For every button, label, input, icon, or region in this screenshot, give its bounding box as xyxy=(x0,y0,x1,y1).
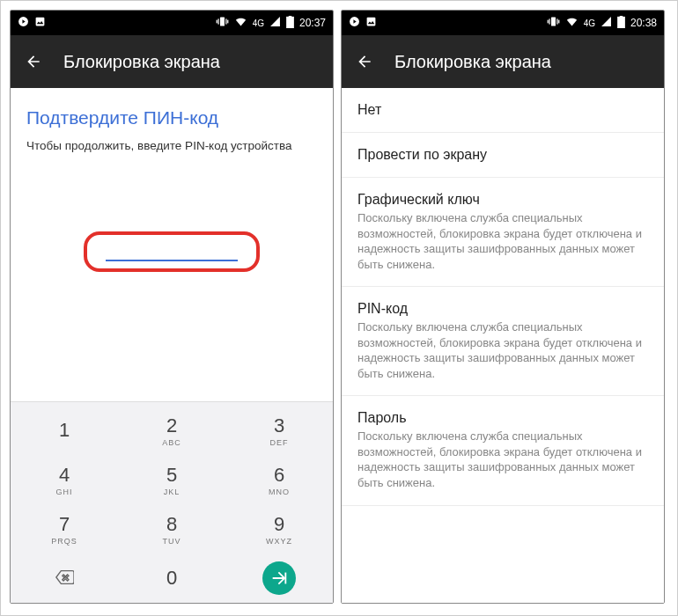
option-title: PIN-код xyxy=(357,301,648,317)
pin-content: Подтвердите ПИН-код Чтобы продолжить, вв… xyxy=(11,88,333,272)
option-pin[interactable]: PIN-код Поскольку включена служба специа… xyxy=(342,287,664,396)
key-6[interactable]: 6MNO xyxy=(225,455,333,504)
option-swipe[interactable]: Провести по экрану xyxy=(342,133,664,178)
back-icon[interactable] xyxy=(356,53,373,70)
svg-rect-12 xyxy=(551,18,556,26)
network-4g-icon: 4G xyxy=(253,18,264,28)
option-desc: Поскольку включена служба специальных во… xyxy=(357,210,648,272)
pin-input[interactable] xyxy=(106,260,238,261)
key-9[interactable]: 9WXYZ xyxy=(225,504,333,554)
svg-rect-2 xyxy=(220,18,225,26)
vibrate-icon xyxy=(547,15,560,31)
app-bar: Блокировка экрана xyxy=(342,35,664,88)
option-pattern[interactable]: Графический ключ Поскольку включена служ… xyxy=(342,178,664,287)
svg-rect-11 xyxy=(367,18,376,26)
vibrate-icon xyxy=(216,15,229,31)
battery-icon xyxy=(617,16,625,31)
option-title: Пароль xyxy=(357,410,648,426)
key-4[interactable]: 4GHI xyxy=(11,455,118,504)
pin-title: Подтвердите ПИН-код xyxy=(26,107,317,128)
svg-rect-16 xyxy=(558,20,559,24)
lock-options-list: Нет Провести по экрану Графический ключ … xyxy=(342,88,664,603)
option-desc: Поскольку включена служба специальных во… xyxy=(357,429,648,490)
svg-rect-3 xyxy=(217,18,218,24)
pin-subtitle: Чтобы продолжить, введите PIN-код устрой… xyxy=(26,139,317,152)
key-0[interactable]: 0 xyxy=(118,554,225,603)
image-icon xyxy=(365,16,377,30)
svg-rect-9 xyxy=(284,573,286,584)
backspace-icon xyxy=(55,568,74,590)
svg-rect-6 xyxy=(227,20,228,24)
status-time: 20:37 xyxy=(299,17,326,29)
back-icon[interactable] xyxy=(25,53,42,70)
key-1[interactable]: 1 xyxy=(11,406,118,455)
image-icon xyxy=(34,16,46,30)
phone-right: 4G 20:38 Блокировка экрана Нет Провести … xyxy=(341,10,665,604)
key-3[interactable]: 3DEF xyxy=(225,406,333,455)
key-5[interactable]: 5JKL xyxy=(118,455,225,504)
key-2[interactable]: 2ABC xyxy=(118,406,225,455)
enter-key[interactable] xyxy=(225,554,333,603)
svg-rect-7 xyxy=(286,16,294,27)
wifi-icon xyxy=(565,15,579,31)
option-title: Нет xyxy=(357,102,648,118)
appbar-title: Блокировка экрана xyxy=(63,52,220,72)
svg-rect-4 xyxy=(225,18,226,24)
svg-rect-15 xyxy=(547,20,548,24)
play-icon xyxy=(349,16,360,30)
svg-rect-17 xyxy=(617,16,625,27)
enter-icon xyxy=(262,561,296,595)
pin-input-highlight xyxy=(84,231,260,272)
wifi-icon xyxy=(234,15,247,31)
status-bar: 4G 20:38 xyxy=(342,11,664,35)
svg-rect-14 xyxy=(556,18,557,24)
svg-rect-18 xyxy=(620,16,623,18)
signal-icon xyxy=(601,16,612,30)
svg-rect-8 xyxy=(289,16,292,18)
key-7[interactable]: 7PRQS xyxy=(11,504,118,554)
svg-rect-5 xyxy=(216,20,217,24)
option-title: Графический ключ xyxy=(357,192,648,208)
battery-icon xyxy=(286,16,294,31)
option-none[interactable]: Нет xyxy=(342,88,664,133)
app-bar: Блокировка экрана xyxy=(11,35,333,88)
svg-rect-1 xyxy=(36,18,45,26)
appbar-title: Блокировка экрана xyxy=(394,52,551,72)
status-bar: 4G 20:37 xyxy=(11,11,333,35)
option-desc: Поскольку включена служба специальных во… xyxy=(357,319,648,381)
option-password[interactable]: Пароль Поскольку включена служба специал… xyxy=(342,396,664,505)
network-4g-icon: 4G xyxy=(584,18,595,28)
play-icon xyxy=(18,16,29,30)
numeric-keypad: 1 2ABC 3DEF 4GHI 5JKL 6MNO 7PRQS 8TUV 9W… xyxy=(11,401,333,603)
backspace-key[interactable] xyxy=(11,554,118,603)
status-time: 20:38 xyxy=(630,17,657,29)
phone-left: 4G 20:37 Блокировка экрана Подтвердите П… xyxy=(10,10,334,604)
svg-rect-13 xyxy=(549,18,549,24)
signal-icon xyxy=(269,16,281,30)
option-title: Провести по экрану xyxy=(357,147,648,163)
key-8[interactable]: 8TUV xyxy=(118,504,225,554)
